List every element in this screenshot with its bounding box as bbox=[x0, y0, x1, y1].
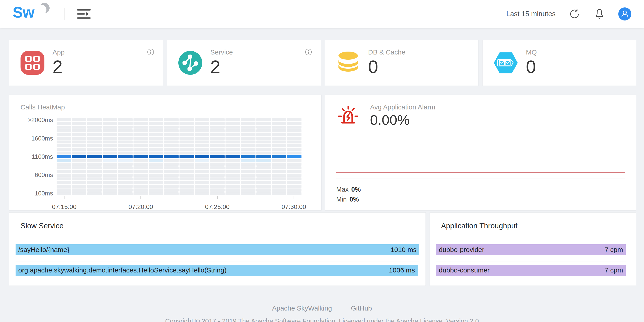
alarm-title: Avg Application Alarm bbox=[370, 103, 436, 111]
heatmap-cell bbox=[118, 159, 132, 162]
alarm-siren-icon bbox=[337, 105, 359, 126]
slow-service-panel: Slow Service /sayHello/{name} 1010 ms or… bbox=[9, 212, 426, 286]
heatmap-cell bbox=[272, 141, 286, 144]
bar-label: dubbo-consumer bbox=[439, 266, 490, 274]
heatmap-cell bbox=[56, 141, 71, 144]
heatmap-cell bbox=[180, 188, 194, 191]
skywalking-logo[interactable]: Sw bbox=[13, 1, 64, 26]
heatmap-cell bbox=[180, 144, 194, 147]
heatmap-cell bbox=[272, 144, 286, 147]
heatmap-cell bbox=[149, 177, 163, 180]
heatmap-cell bbox=[134, 170, 148, 173]
heatmap-cell bbox=[210, 155, 224, 158]
heatmap-cell bbox=[226, 174, 240, 176]
heatmap-cell bbox=[87, 137, 102, 140]
heatmap-cell bbox=[210, 162, 224, 165]
heatmap-cell bbox=[210, 126, 224, 129]
heatmap-cell bbox=[241, 188, 256, 191]
heatmap-cell bbox=[134, 181, 148, 184]
heatmap-cell bbox=[87, 181, 102, 184]
heatmap-cell bbox=[56, 188, 71, 191]
heatmap-cell bbox=[87, 129, 102, 132]
heatmap-cell bbox=[287, 148, 302, 151]
heatmap-cell bbox=[56, 148, 71, 151]
heatmap-cell bbox=[287, 129, 302, 132]
user-avatar[interactable] bbox=[618, 7, 631, 20]
heatmap-cell bbox=[149, 122, 163, 125]
heatmap-cell bbox=[87, 162, 102, 165]
heatmap-cell bbox=[195, 126, 209, 129]
heatmap-cell bbox=[102, 118, 117, 121]
info-icon[interactable] bbox=[147, 48, 154, 56]
heatmap-x-tick-label: 07:30:00 bbox=[282, 203, 306, 210]
heatmap-cell bbox=[241, 159, 256, 162]
heatmap-cell bbox=[226, 144, 240, 147]
footer-link-github[interactable]: GitHub bbox=[351, 305, 372, 312]
heatmap-cell bbox=[118, 141, 132, 144]
bell-icon[interactable] bbox=[594, 8, 605, 20]
info-icon[interactable] bbox=[305, 48, 312, 56]
heatmap-cell bbox=[149, 155, 163, 158]
heatmap-cell bbox=[226, 170, 240, 173]
heatmap-cell bbox=[210, 192, 224, 195]
heatmap-cell bbox=[272, 177, 286, 180]
bar-label: dubbo-provider bbox=[439, 246, 484, 254]
heatmap-x-tick bbox=[140, 196, 141, 199]
heatmap-cell bbox=[272, 126, 286, 129]
heatmap-cell bbox=[164, 148, 178, 151]
heatmap-cell bbox=[118, 148, 132, 151]
heatmap-cell bbox=[87, 159, 102, 162]
heatmap-cell bbox=[149, 185, 163, 188]
heatmap-cell bbox=[134, 174, 148, 176]
heatmap-cell bbox=[118, 188, 132, 191]
heatmap-cell bbox=[256, 122, 271, 125]
heatmap-cell bbox=[164, 174, 178, 176]
alarm-axis-line bbox=[336, 178, 625, 179]
heatmap-cell bbox=[149, 192, 163, 195]
heatmap-cell bbox=[102, 126, 117, 129]
heatmap-cell bbox=[164, 141, 178, 144]
heatmap-cell bbox=[164, 170, 178, 173]
heatmap-cell bbox=[149, 126, 163, 129]
heatmap-cell bbox=[195, 188, 209, 191]
heatmap-cell bbox=[118, 185, 132, 188]
heatmap-cell bbox=[256, 137, 271, 140]
footer-link-apache-skywalking[interactable]: Apache SkyWalking bbox=[272, 305, 332, 312]
heatmap-cell bbox=[241, 155, 256, 158]
heatmap-x-tick bbox=[217, 196, 218, 199]
heatmap-cell bbox=[210, 166, 224, 169]
heatmap-cell bbox=[195, 170, 209, 173]
stat-card-mq: MQ 0 bbox=[482, 40, 636, 86]
stat-card-value: 2 bbox=[52, 56, 64, 77]
heatmap-cell bbox=[272, 152, 286, 155]
heatmap-cell bbox=[210, 129, 224, 132]
heatmap-cell bbox=[72, 126, 86, 129]
heatmap-cell bbox=[226, 181, 240, 184]
heatmap-cell bbox=[72, 192, 86, 195]
stat-card-value: 2 bbox=[210, 56, 233, 77]
heatmap-cell bbox=[287, 162, 302, 165]
heatmap-cell bbox=[149, 148, 163, 151]
heatmap-cell bbox=[164, 137, 178, 140]
reload-icon[interactable] bbox=[569, 8, 580, 20]
time-range-selector[interactable]: Last 15 minutes bbox=[506, 10, 556, 18]
footer-links: Apache SkyWalking GitHub bbox=[0, 305, 644, 312]
heatmap-cell bbox=[87, 185, 102, 188]
stat-cards-row: App 2 Ser bbox=[9, 40, 636, 86]
stat-card-value: 0 bbox=[368, 56, 406, 77]
heatmap-cell bbox=[134, 188, 148, 191]
database-icon bbox=[336, 51, 360, 75]
avg-application-alarm-panel: Avg Application Alarm 0.00% Max0% Min0% bbox=[325, 95, 636, 210]
heatmap-cell bbox=[287, 177, 302, 180]
heatmap-cell bbox=[195, 177, 209, 180]
heatmap-cell bbox=[72, 133, 86, 136]
heatmap-cell bbox=[72, 155, 86, 158]
heatmap-cell bbox=[164, 177, 178, 180]
heatmap-cell bbox=[87, 174, 102, 176]
heatmap-cell bbox=[164, 192, 178, 195]
heatmap-cell bbox=[72, 141, 86, 144]
heatmap-cell bbox=[56, 162, 71, 165]
heatmap-cell bbox=[195, 141, 209, 144]
menu-expand-icon[interactable] bbox=[77, 7, 91, 21]
heatmap-cell bbox=[287, 122, 302, 125]
